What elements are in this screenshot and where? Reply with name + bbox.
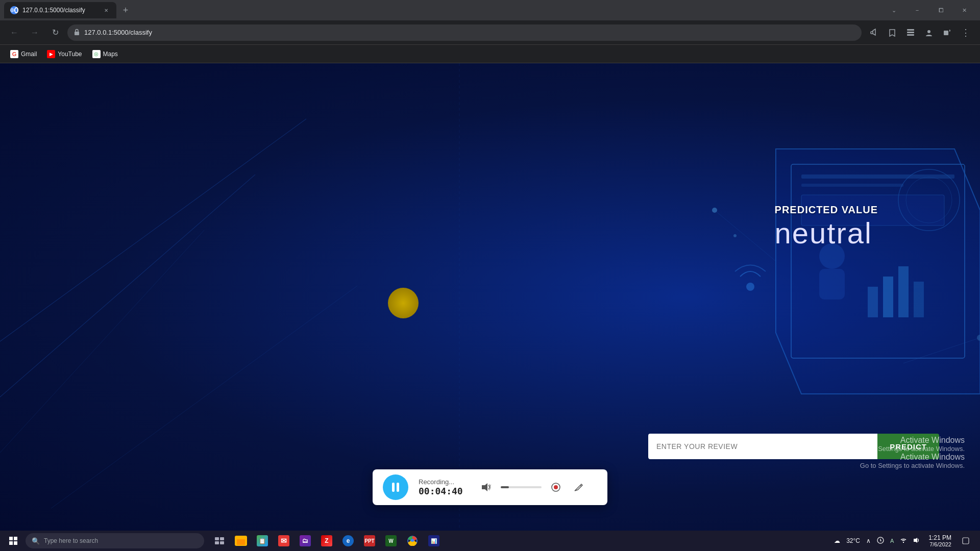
taskbar-search[interactable]: 🔍 Type here to search [26,533,204,548]
security-icon [74,29,80,37]
back-button[interactable]: ← [6,24,22,41]
tab-search-button[interactable] [902,24,919,41]
activate-sub3: Go to Settings to activate Windows. [860,462,965,469]
svg-line-39 [580,485,581,486]
svg-rect-18 [801,174,954,179]
clock-time: 1:21 PM [928,534,951,541]
address-bar[interactable]: 127.0.0.1:5000/classify [67,24,862,41]
recording-info: Recording... 00:04:40 [419,478,463,496]
activate-title2: Activate Windows [860,453,965,462]
recording-bar: Recording... 00:04:40 [373,469,607,505]
svg-rect-24 [883,277,893,317]
svg-rect-9 [944,31,948,35]
taskbar: 🔍 Type here to search 📋 ✉ [0,531,980,551]
clock[interactable]: 1:21 PM 7/6/2022 [924,534,955,547]
tab-favicon [10,6,18,14]
search-placeholder-text: Type here to search [44,537,98,544]
start-button[interactable] [2,531,24,551]
svg-marker-52 [914,538,917,543]
activate-sub1: Go to Settings to activate Windows. [860,445,965,453]
svg-point-38 [554,485,558,489]
taskbar-right: ☁ 32°C ∧ A 1:21 PM 7/6/2022 [832,531,978,551]
recording-timer: 00:04:40 [419,486,463,496]
svg-rect-45 [220,537,224,540]
svg-rect-6 [907,32,914,33]
nav-bar: ← → ↻ 127.0.0.1:5000/classify [0,20,980,45]
activate-title: Activate Windows [860,436,965,445]
svg-rect-23 [868,287,878,317]
cursor-indicator [388,288,419,318]
explorer-button[interactable] [231,531,251,551]
window-controls: ⌄ − ⧠ ✕ [882,0,976,20]
svg-point-31 [733,234,737,237]
predicted-value-text: neutral [775,216,878,250]
svg-rect-5 [907,29,914,31]
reload-button[interactable]: ↻ [47,24,63,41]
review-input[interactable] [648,434,877,459]
svg-rect-19 [801,184,903,187]
search-icon: 🔍 [32,537,40,545]
svg-rect-22 [819,269,845,299]
app4-button[interactable]: ✉ [274,531,294,551]
nav-actions: ⋮ [866,24,974,41]
bookmarks-bar: G Gmail ▶ YouTube ◎ Maps [0,45,980,63]
forward-button[interactable]: → [27,24,43,41]
weather-icon[interactable]: ☁ [832,537,842,544]
gmail-favicon: G [10,50,18,58]
new-tab-button[interactable]: + [118,3,133,17]
app9-button[interactable]: W [381,531,401,551]
svg-point-8 [927,30,930,33]
volume-button[interactable] [478,479,495,495]
volume-fill [501,486,509,488]
ime-icon[interactable]: A [888,538,896,544]
volume-slider[interactable] [501,486,542,488]
tab-close-button[interactable]: ✕ [102,6,110,14]
update-icon[interactable] [875,537,886,545]
notification-center-button[interactable] [958,531,974,551]
bookmark-maps[interactable]: ◎ Maps [88,48,122,60]
app8-button[interactable]: PPT [359,531,380,551]
app6-button[interactable]: Z [316,531,337,551]
profile-button[interactable] [921,24,937,41]
app5-button[interactable]: 🗂 [295,531,315,551]
share-button[interactable] [866,24,882,41]
svg-rect-40 [9,537,13,540]
browser-chrome: 127.0.0.1:5000/classify ✕ + ⌄ − ⧠ ✕ ← → … [0,0,980,63]
svg-rect-42 [9,541,13,545]
annotate-button[interactable] [570,479,586,495]
taskview-button[interactable] [209,531,230,551]
recording-controls [478,479,586,495]
bookmark-maps-label: Maps [103,51,118,58]
bookmark-youtube[interactable]: ▶ YouTube [43,48,86,60]
bookmark-button[interactable] [884,24,900,41]
chrome-button[interactable] [402,531,423,551]
svg-rect-7 [907,34,914,36]
maximize-button[interactable]: ⧠ [929,0,952,20]
wifi-icon[interactable] [898,537,909,545]
svg-rect-48 [237,539,245,545]
pause-icon [392,483,399,492]
minimize-button[interactable]: − [905,0,929,20]
predicted-label-text: PREDICTED VALUE [775,204,878,216]
svg-point-29 [746,283,754,291]
svg-rect-47 [220,541,224,544]
activate-windows-watermark: Activate Windows Go to Settings to activ… [860,436,965,469]
app3-button[interactable]: 📋 [252,531,273,551]
pause-button[interactable] [383,474,408,500]
close-button[interactable]: ✕ [952,0,976,20]
svg-rect-43 [14,541,17,545]
bookmark-gmail-label: Gmail [21,51,37,58]
more-button[interactable]: ⋮ [958,24,974,41]
svg-line-33 [715,210,776,261]
volume-taskbar-icon[interactable] [911,537,922,545]
main-content: PREDICTED VALUE neutral PREDICT Recordin… [0,63,980,531]
app7-button[interactable]: e [338,531,358,551]
restore-down-button[interactable]: ⌄ [882,0,905,20]
maps-favicon: ◎ [92,50,101,58]
app10-button[interactable]: 📊 [424,531,444,551]
record-stop-button[interactable] [548,479,564,495]
extensions-button[interactable] [939,24,955,41]
bookmark-gmail[interactable]: G Gmail [6,48,41,60]
show-hidden-icons[interactable]: ∧ [864,537,873,544]
active-tab[interactable]: 127.0.0.1:5000/classify ✕ [4,2,116,18]
